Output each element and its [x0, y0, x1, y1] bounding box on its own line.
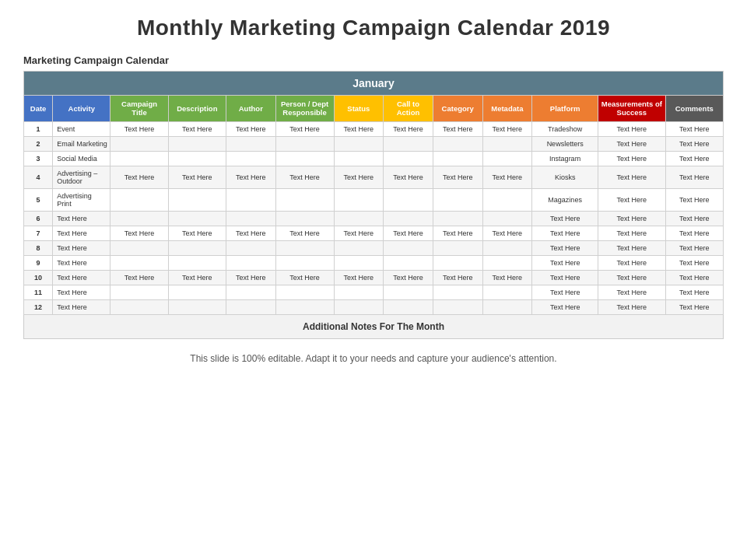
cell-activity: Text Here [53, 226, 110, 240]
page-title: Monthly Marketing Campaign Calendar 2019 [23, 16, 724, 40]
cell-author: Text Here [226, 270, 275, 285]
table-row: 3Social MediaInstagramText HereText Here [24, 151, 724, 166]
col-header-status: Status [334, 96, 384, 122]
cell-category [433, 151, 482, 166]
cell-cta [384, 136, 433, 151]
cell-metadata [482, 299, 532, 314]
cell-campaign [110, 285, 168, 299]
cell-measure: Text Here [598, 151, 666, 166]
cell-cta: Text Here [384, 121, 433, 136]
cell-author [226, 240, 275, 255]
cell-person: Text Here [275, 166, 334, 188]
cell-desc [168, 240, 226, 255]
col-header-desc: Description [168, 96, 226, 122]
cell-platform: Text Here [532, 285, 598, 299]
cell-status: Text Here [334, 121, 384, 136]
col-header-date: Date [24, 96, 53, 122]
cell-campaign: Text Here [110, 121, 168, 136]
cell-platform: Text Here [532, 299, 598, 314]
cell-measure: Text Here [598, 255, 666, 270]
cell-platform: Text Here [532, 226, 598, 240]
cell-person [275, 240, 334, 255]
calendar-table: January DateActivityCampaign TitleDescri… [23, 71, 724, 339]
cell-comments: Text Here [665, 166, 723, 188]
cell-author [226, 299, 275, 314]
cell-metadata: Text Here [482, 226, 532, 240]
table-row: 8Text HereText HereText HereText Here [24, 240, 724, 255]
col-header-activity: Activity [53, 96, 110, 122]
cell-desc [168, 151, 226, 166]
cell-platform: Text Here [532, 270, 598, 285]
cell-cta [384, 255, 433, 270]
cell-measure: Text Here [598, 121, 666, 136]
cell-metadata [482, 211, 532, 226]
cell-cta: Text Here [384, 166, 433, 188]
table-row: 12Text HereText HereText HereText Here [24, 299, 724, 314]
cell-platform: Text Here [532, 211, 598, 226]
table-row: 5Advertising PrintMagazinesText HereText… [24, 188, 724, 211]
cell-activity: Advertising – Outdoor [53, 166, 110, 188]
cell-date: 2 [24, 136, 53, 151]
cell-status [334, 285, 384, 299]
cell-category [433, 188, 482, 211]
cell-author [226, 255, 275, 270]
col-header-author: Author [226, 96, 275, 122]
cell-platform: Kiosks [532, 166, 598, 188]
cell-cta [384, 151, 433, 166]
cell-date: 6 [24, 211, 53, 226]
cell-activity: Advertising Print [53, 188, 110, 211]
cell-author [226, 285, 275, 299]
cell-category: Text Here [433, 226, 482, 240]
cell-desc [168, 188, 226, 211]
cell-comments: Text Here [665, 151, 723, 166]
cell-person [275, 285, 334, 299]
cell-metadata: Text Here [482, 121, 532, 136]
cell-status: Text Here [334, 166, 384, 188]
cell-person [275, 151, 334, 166]
cell-campaign [110, 151, 168, 166]
cell-person [275, 188, 334, 211]
cell-campaign [110, 240, 168, 255]
table-row: 2Email MarketingNewslettersText HereText… [24, 136, 724, 151]
cell-platform: Magazines [532, 188, 598, 211]
table-row: 1EventText HereText HereText HereText He… [24, 121, 724, 136]
cell-comments: Text Here [665, 188, 723, 211]
cell-metadata: Text Here [482, 166, 532, 188]
cell-comments: Text Here [665, 270, 723, 285]
cell-category [433, 255, 482, 270]
cell-measure: Text Here [598, 136, 666, 151]
cell-person [275, 211, 334, 226]
cell-desc [168, 211, 226, 226]
cell-metadata [482, 136, 532, 151]
cell-status [334, 188, 384, 211]
table-row: 10Text HereText HereText HereText HereTe… [24, 270, 724, 285]
cell-category [433, 211, 482, 226]
cell-category [433, 136, 482, 151]
cell-status [334, 211, 384, 226]
cell-measure: Text Here [598, 299, 666, 314]
cell-desc: Text Here [168, 121, 226, 136]
cell-desc [168, 136, 226, 151]
cell-campaign: Text Here [110, 166, 168, 188]
col-header-platform: Platform [532, 96, 598, 122]
cell-category [433, 285, 482, 299]
cell-comments: Text Here [665, 240, 723, 255]
cell-comments: Text Here [665, 226, 723, 240]
cell-campaign [110, 299, 168, 314]
cell-date: 8 [24, 240, 53, 255]
table-row: 9Text HereText HereText HereText Here [24, 255, 724, 270]
cell-campaign [110, 188, 168, 211]
notes-label: Additional Notes For The Month [24, 314, 724, 338]
cell-category: Text Here [433, 270, 482, 285]
cell-campaign: Text Here [110, 226, 168, 240]
table-row: 7Text HereText HereText HereText HereTex… [24, 226, 724, 240]
cell-metadata: Text Here [482, 270, 532, 285]
cell-date: 4 [24, 166, 53, 188]
cell-comments: Text Here [665, 136, 723, 151]
cell-desc: Text Here [168, 166, 226, 188]
cell-desc [168, 255, 226, 270]
cell-metadata [482, 151, 532, 166]
cell-date: 5 [24, 188, 53, 211]
cell-person [275, 136, 334, 151]
col-header-measure: Measurements of Success [598, 96, 666, 122]
